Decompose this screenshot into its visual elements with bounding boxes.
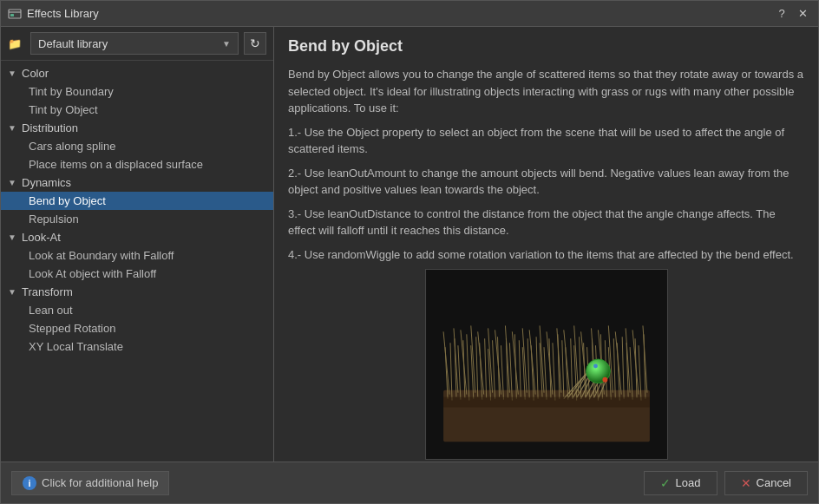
sidebar-item-xy-local-translate[interactable]: XY Local Translate [1, 337, 273, 356]
library-dropdown-label: Default library [38, 37, 108, 50]
sidebar-item-cars-along-spline[interactable]: Cars along spline [1, 137, 273, 155]
sidebar-item-stepped-rotation[interactable]: Stepped Rotation [1, 319, 273, 337]
right-panel: Bend by Object Bend by Object allows you… [274, 27, 818, 461]
window-icon [8, 7, 22, 21]
expand-arrow-distribution: ▼ [8, 123, 18, 133]
expand-arrow-look-at: ▼ [8, 232, 18, 242]
expand-arrow-transform: ▼ [8, 287, 18, 297]
library-selector: 📁 Default library ▼ ↻ [1, 27, 273, 61]
category-look-at-label: Look-At [22, 231, 61, 244]
category-color[interactable]: ▼ Color [1, 64, 273, 82]
effect-desc-intro: Bend by Object allows you to change the … [288, 66, 804, 117]
cancel-icon: ✕ [741, 476, 751, 490]
effect-description: Bend by Object allows you to change the … [288, 66, 804, 270]
svg-point-86 [602, 376, 607, 382]
category-color-label: Color [22, 67, 49, 80]
library-dropdown[interactable]: Default library ▼ [30, 32, 239, 55]
load-button-label: Load [676, 476, 701, 489]
expand-arrow-dynamics: ▼ [8, 178, 18, 187]
effect-step-4: 4.- Use randomWiggle to add some rotatio… [288, 246, 804, 264]
effect-step-1: 1.- Use the Object property to select an… [288, 124, 804, 158]
sidebar-item-tint-by-boundary[interactable]: Tint by Boundary [1, 82, 273, 101]
library-folder-icon: 📁 [8, 37, 22, 50]
main-content: 📁 Default library ▼ ↻ ▼ Color Tint by Bo… [1, 27, 818, 461]
effect-step-3: 3.- Use leanOutDistance to control the d… [288, 206, 804, 239]
category-dynamics[interactable]: ▼ Dynamics [1, 173, 273, 192]
effect-title: Bend by Object [288, 37, 804, 56]
svg-rect-2 [10, 14, 14, 16]
cancel-button[interactable]: ✕ Cancel [724, 471, 808, 495]
action-buttons: ✓ Load ✕ Cancel [644, 471, 808, 495]
close-button[interactable]: ✕ [794, 5, 811, 23]
svg-rect-0 [9, 10, 21, 18]
category-transform[interactable]: ▼ Transform [1, 283, 273, 301]
bottom-bar: i Click for additional help ✓ Load ✕ Can… [1, 461, 818, 503]
effects-tree: ▼ Color Tint by Boundary Tint by Object … [1, 61, 273, 461]
preview-area [288, 277, 804, 451]
checkmark-icon: ✓ [660, 476, 671, 490]
help-button[interactable]: ? [773, 5, 790, 23]
effect-step-2: 2.- Use leanOutAmount to change the amou… [288, 165, 804, 199]
help-button-label: Click for additional help [42, 476, 158, 489]
category-transform-label: Transform [22, 285, 73, 298]
sidebar-item-tint-by-object[interactable]: Tint by Object [1, 101, 273, 119]
svg-rect-88 [443, 396, 650, 407]
category-look-at[interactable]: ▼ Look-At [1, 228, 273, 246]
refresh-button[interactable]: ↻ [244, 32, 266, 55]
sidebar-item-lean-out[interactable]: Lean out [1, 301, 273, 319]
preview-image [425, 269, 668, 460]
window-title: Effects Library [27, 7, 773, 20]
effects-library-window: Effects Library ? ✕ 📁 Default library ▼ … [0, 0, 819, 504]
sidebar-item-bend-by-object[interactable]: Bend by Object [1, 192, 273, 210]
load-button[interactable]: ✓ Load [644, 471, 717, 495]
svg-point-87 [593, 363, 598, 368]
chevron-down-icon: ▼ [222, 39, 231, 49]
sidebar-item-repulsion[interactable]: Repulsion [1, 210, 273, 228]
category-distribution[interactable]: ▼ Distribution [1, 119, 273, 137]
category-distribution-label: Distribution [22, 121, 78, 134]
title-bar-controls: ? ✕ [773, 5, 811, 23]
category-dynamics-label: Dynamics [22, 176, 71, 189]
title-bar: Effects Library ? ✕ [1, 1, 818, 27]
additional-help-button[interactable]: i Click for additional help [11, 471, 169, 495]
expand-arrow-color: ▼ [8, 69, 18, 78]
cancel-button-label: Cancel [757, 476, 791, 489]
sidebar-item-place-items[interactable]: Place items on a displaced surface [1, 155, 273, 173]
sidebar-item-look-at-object[interactable]: Look At object with Falloff [1, 265, 273, 283]
info-icon: i [23, 476, 36, 490]
sidebar-item-look-at-boundary[interactable]: Look at Boundary with Falloff [1, 246, 273, 265]
left-panel: 📁 Default library ▼ ↻ ▼ Color Tint by Bo… [1, 27, 274, 461]
